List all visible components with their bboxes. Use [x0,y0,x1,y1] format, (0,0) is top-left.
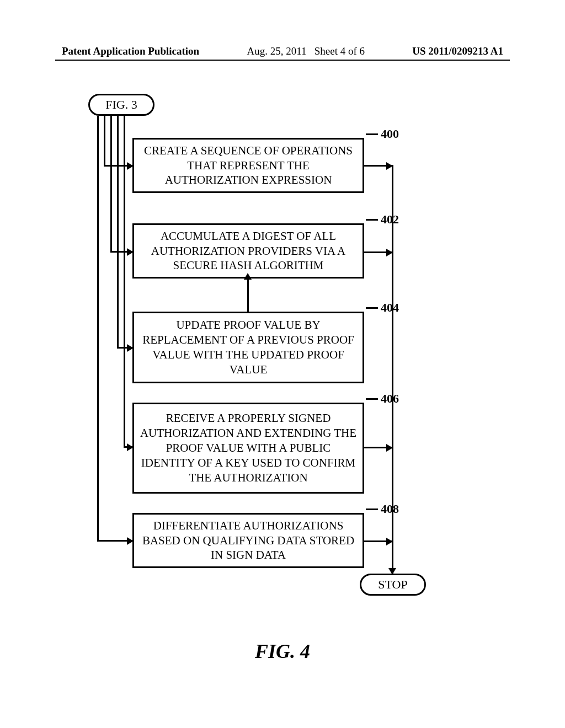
flow-step-406: RECEIVE A PROPERLY SIGNED AUTHORIZATION … [132,403,364,494]
connector [124,116,125,448]
header-left: Patent Application Publication [62,45,199,57]
header-sheet: Sheet 4 of 6 [315,45,365,57]
flow-step-text: UPDATE PROOF VALUE BY REPLACEMENT OF A P… [140,318,357,377]
ref-number-400: 400 [381,127,399,141]
flow-step-408: DIFFERENTIATE AUTHORIZATIONS BASED ON QU… [132,513,364,568]
flow-start-terminator: FIG. 3 [88,94,154,116]
flow-step-text: DIFFERENTIATE AUTHORIZATIONS BASED ON QU… [140,518,357,563]
flow-step-text: CREATE A SEQUENCE OF OPERATIONS THAT REP… [140,143,357,188]
page-header: Patent Application Publication Aug. 25, … [0,45,565,57]
ref-number-404: 404 [381,301,399,315]
ref-tick [366,398,378,400]
connector [104,116,105,167]
flow-step-text: ACCUMULATE A DIGEST OF ALL AUTHORIZATION… [140,229,357,274]
flow-step-text: RECEIVE A PROPERLY SIGNED AUTHORIZATION … [140,411,357,485]
ref-tick [366,307,378,309]
connector [97,116,99,542]
header-mid: Aug. 25, 2011 Sheet 4 of 6 [247,45,365,57]
figure-caption: FIG. 4 [0,640,565,663]
flow-step-400: CREATE A SEQUENCE OF OPERATIONS THAT REP… [132,138,364,193]
ref-tick [366,133,378,135]
flow-stop-label: STOP [378,577,407,592]
flowchart: FIG. 3 CREATE A SEQUENCE OF OPERATIONS T… [66,94,497,645]
header-pubno: US 2011/0209213 A1 [412,45,503,57]
connector [247,279,249,312]
flow-start-label: FIG. 3 [105,98,137,112]
header-rule [55,60,510,61]
connector [392,167,393,542]
flow-step-402: ACCUMULATE A DIGEST OF ALL AUTHORIZATION… [132,223,364,279]
arrowhead-icon [244,273,252,280]
ref-number-408: 408 [381,502,399,516]
ref-number-402: 402 [381,212,399,227]
ref-tick [366,508,378,510]
flow-stop-terminator: STOP [360,574,426,596]
connector [110,116,112,253]
flow-step-404: UPDATE PROOF VALUE BY REPLACEMENT OF A P… [132,312,364,383]
ref-number-406: 406 [381,392,399,406]
ref-tick [366,219,378,221]
header-date: Aug. 25, 2011 [247,45,306,57]
connector [117,116,119,349]
